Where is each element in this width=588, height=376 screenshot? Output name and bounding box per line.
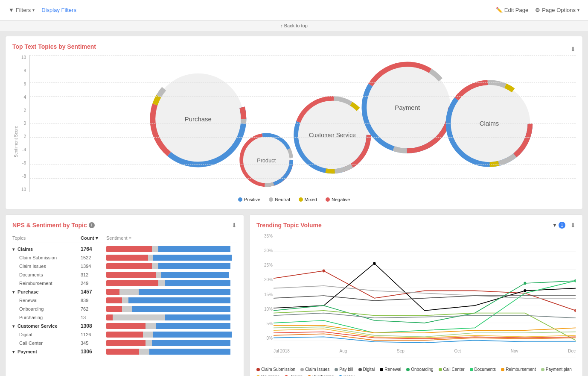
negative-label: Negative bbox=[332, 197, 350, 202]
legend-dot bbox=[300, 368, 304, 371]
nps-download-button[interactable] bbox=[232, 222, 237, 229]
row-count: 345 bbox=[81, 341, 106, 346]
row-count: 1126 bbox=[81, 332, 106, 337]
row-topic[interactable]: ▾ Payment bbox=[12, 349, 81, 354]
bar-negative bbox=[106, 314, 113, 320]
row-topic[interactable]: ▾ Customer Service bbox=[12, 323, 81, 329]
grid-line bbox=[30, 55, 576, 56]
row-count: 839 bbox=[81, 298, 106, 303]
download-button[interactable] bbox=[571, 46, 576, 53]
legend-dot bbox=[439, 368, 442, 371]
row-topic[interactable]: ▾ Purchase bbox=[12, 289, 81, 294]
trending-svg bbox=[274, 234, 576, 358]
grid-line bbox=[30, 96, 576, 97]
legend-dot bbox=[541, 368, 544, 371]
filters-button[interactable]: ▼ Filters ▾ bbox=[9, 7, 35, 13]
bar-positive bbox=[165, 280, 230, 286]
legend-item-pricing: Pricing bbox=[285, 374, 303, 376]
trending-actions: ▼ 1 bbox=[552, 222, 576, 229]
table-row: ▾ Claims 1764 bbox=[12, 245, 237, 253]
row-bar bbox=[106, 263, 237, 269]
bar-neutral bbox=[122, 306, 132, 312]
trending-download-button[interactable] bbox=[571, 222, 576, 229]
bar-neutral bbox=[158, 280, 165, 286]
bar-neutral bbox=[156, 272, 161, 278]
legend-item-renewal: Renewal bbox=[380, 367, 401, 372]
trending-chart: 35% 30% 25% 20% 15% 10% 5% 0% Jul 2018 A… bbox=[256, 234, 576, 376]
bar-negative bbox=[106, 323, 146, 329]
legend-dot bbox=[470, 368, 473, 371]
nps-title: NPS & Sentiment by Topic bbox=[12, 222, 87, 229]
row-bar bbox=[106, 349, 237, 355]
legend-dot bbox=[256, 368, 260, 371]
col-header-sentiment: Sentiment ≡ bbox=[106, 235, 237, 241]
bar-positive bbox=[139, 289, 230, 295]
row-topic: Call Center bbox=[12, 341, 81, 346]
table-row: Onboarding 762 bbox=[12, 305, 237, 313]
legend-dot bbox=[358, 368, 362, 371]
svg-point-38 bbox=[373, 262, 376, 265]
row-count: 312 bbox=[81, 272, 106, 277]
legend-positive: Positive bbox=[238, 197, 261, 202]
bar-neutral bbox=[113, 314, 165, 320]
filter-icon: ▼ bbox=[9, 7, 14, 13]
legend-dot bbox=[501, 368, 504, 371]
legend-item-documents: Documents bbox=[470, 367, 496, 372]
row-bar bbox=[106, 246, 237, 252]
row-topic: Documents bbox=[12, 272, 81, 277]
back-to-top[interactable]: ↑ Back to top bbox=[0, 21, 588, 31]
bar-negative bbox=[106, 280, 158, 286]
row-topic[interactable]: ▾ Claims bbox=[12, 247, 81, 252]
legend-item-call-center: Call Center bbox=[439, 367, 465, 372]
table-row: ▾ Purchase 1457 bbox=[12, 288, 237, 296]
trending-filter-icon[interactable]: ▼ 1 bbox=[552, 222, 567, 229]
bar-neutral bbox=[152, 263, 158, 269]
legend-dot bbox=[335, 368, 338, 371]
edit-page-button[interactable]: ✏️ Edit Page bbox=[496, 7, 528, 13]
bar-positive bbox=[153, 332, 232, 338]
grid-line bbox=[30, 123, 576, 124]
trending-header: Trending Topic Volume ▼ 1 bbox=[256, 222, 576, 229]
row-count: 1522 bbox=[81, 255, 106, 260]
row-bar bbox=[106, 314, 237, 320]
grid-line bbox=[30, 151, 576, 151]
grid-line bbox=[30, 69, 576, 69]
row-topic: Claim Issues bbox=[12, 264, 81, 269]
trending-title: Trending Topic Volume bbox=[256, 222, 322, 229]
page-options-label: Page Options bbox=[542, 7, 576, 13]
table-row: ▾ Payment 1306 bbox=[12, 347, 237, 356]
legend-item-reimbursement: Reimbursement bbox=[501, 367, 536, 372]
row-bar bbox=[106, 297, 237, 303]
bar-neutral bbox=[139, 349, 149, 355]
table-header: Topics Count ▾ Sentiment ≡ bbox=[12, 234, 237, 243]
legend-item-digital: Digital bbox=[358, 367, 375, 372]
bar-positive bbox=[156, 323, 230, 329]
col-header-count[interactable]: Count ▾ bbox=[81, 235, 106, 241]
info-icon[interactable]: i bbox=[89, 222, 95, 228]
bubble-chart: Purchase Product Customer Service bbox=[29, 55, 576, 192]
top-chart-card: Top Text Topics by Sentiment Sentiment S… bbox=[5, 36, 583, 209]
top-chart-title: Top Text Topics by Sentiment bbox=[12, 43, 96, 50]
positive-dot bbox=[238, 197, 242, 202]
grid-line bbox=[30, 178, 576, 179]
row-count: 249 bbox=[81, 281, 106, 286]
legend-item-pay-bill: Pay bill bbox=[335, 367, 353, 372]
top-bar-left: ▼ Filters ▾ Display Filters bbox=[9, 7, 76, 13]
bar-negative bbox=[106, 246, 152, 252]
svg-point-40 bbox=[524, 282, 526, 285]
neutral-dot bbox=[269, 197, 273, 202]
trend-x-axis: Jul 2018 Aug Sep Oct Nov Dec bbox=[274, 349, 576, 353]
chart-legend: Positive Neutral Mixed Negative bbox=[12, 197, 576, 202]
row-bar bbox=[106, 323, 237, 329]
bar-negative bbox=[106, 297, 122, 303]
bar-neutral bbox=[122, 297, 128, 303]
filter-count-badge: 1 bbox=[559, 222, 565, 229]
bar-neutral bbox=[143, 332, 153, 338]
bar-positive bbox=[132, 306, 230, 312]
page-options-button[interactable]: ⚙ Page Options ▾ bbox=[535, 7, 579, 13]
row-bar bbox=[106, 280, 237, 286]
svg-text:Product: Product bbox=[257, 157, 276, 164]
display-filters-button[interactable]: Display Filters bbox=[41, 7, 76, 13]
nps-card: NPS & Sentiment by Topic i Topics Count … bbox=[5, 214, 244, 376]
mixed-label: Mixed bbox=[305, 197, 317, 202]
